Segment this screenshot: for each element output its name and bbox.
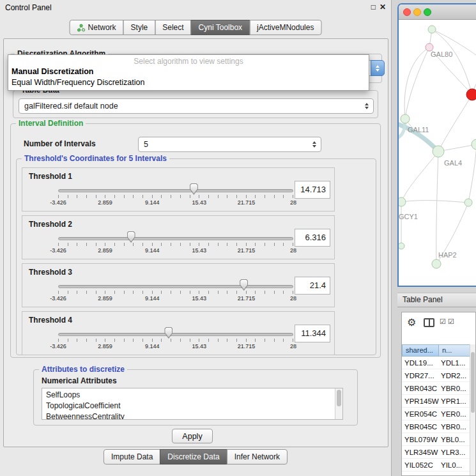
columns-icon[interactable] <box>424 318 434 327</box>
tick-label: 28 <box>290 199 296 206</box>
network-canvas[interactable]: GAL80 GAL11 GAL4 GCY1 HAP2 <box>399 20 476 286</box>
cell-name: YBR0... <box>439 420 471 433</box>
select-checkbox-icon[interactable]: ☑ <box>440 318 446 326</box>
table-row[interactable]: YDL19...YDL1... <box>402 357 471 369</box>
tick-label: 15.43 <box>192 295 207 302</box>
column-header-shared-name[interactable]: shared... <box>402 344 439 357</box>
slider-track[interactable] <box>58 285 293 288</box>
tick-label: -3.426 <box>50 295 66 302</box>
cell-name: YER0... <box>439 408 471 420</box>
tick-label: -3.426 <box>50 247 66 254</box>
threshold-label: Threshold 1 <box>29 172 72 181</box>
numerical-attributes-list[interactable]: SelfLoopsTopologicalCoefficientBetweenne… <box>42 388 343 420</box>
tick-label: 9.144 <box>145 247 160 254</box>
cell-shared-name: YIL052C <box>402 459 439 471</box>
cell-shared-name: YBR045C <box>402 420 439 433</box>
table-row[interactable]: YDR27...YDR2... <box>402 369 471 382</box>
slider-ticks <box>58 291 293 294</box>
table-row[interactable]: YPR145WYPR1... <box>402 395 471 408</box>
tab-label: Cyni Toolbox <box>199 23 242 32</box>
attribute-list-item[interactable]: BetweennessCentrality <box>46 411 334 420</box>
attribute-list-item[interactable]: SelfLoops <box>46 390 334 401</box>
threshold-slider[interactable]: -3.4262.8599.14415.4321.71528 <box>58 327 293 353</box>
threshold-panel-4: Threshold 4 -3.4262.8599.14415.4321.7152… <box>22 311 335 355</box>
number-of-intervals-combo[interactable]: 5 <box>138 137 321 152</box>
slider-thumb[interactable] <box>190 183 198 195</box>
slider-track[interactable] <box>58 189 293 192</box>
tick-label: 2.859 <box>98 343 112 349</box>
network-node[interactable] <box>432 259 441 268</box>
network-node[interactable] <box>464 199 472 206</box>
slider-thumb[interactable] <box>164 327 173 339</box>
network-node[interactable] <box>472 139 476 150</box>
float-window-icon[interactable]: □ <box>371 3 376 12</box>
threshold-slider[interactable]: -3.4262.8599.14415.4321.71528 <box>58 183 293 209</box>
tick-label: 2.859 <box>98 295 112 302</box>
network-node[interactable] <box>428 26 436 33</box>
close-icon[interactable]: ✕ <box>380 3 386 12</box>
tick-label: 2.859 <box>98 247 112 254</box>
arrow-down-icon <box>312 145 316 148</box>
threshold-slider[interactable]: -3.4262.8599.14415.4321.71528 <box>58 279 293 305</box>
list-scrollbar[interactable] <box>335 388 342 419</box>
minimize-traffic-light-icon[interactable] <box>413 8 421 16</box>
highlighted-node-red[interactable] <box>466 89 476 100</box>
combo-arrows-icon[interactable] <box>371 60 385 76</box>
table-row[interactable]: YBL079WYBL0... <box>402 433 471 446</box>
gear-icon[interactable]: ⚙ <box>407 316 416 328</box>
close-traffic-light-icon[interactable] <box>403 8 411 16</box>
table-scrollbar[interactable] <box>470 344 475 475</box>
threshold-value-field[interactable]: 21.4 <box>295 277 330 295</box>
attribute-list-item[interactable]: TopologicalCoefficient <box>46 401 334 411</box>
scrollbar-thumb[interactable] <box>471 352 475 413</box>
slider-thumb[interactable] <box>240 279 248 291</box>
network-view-window[interactable]: GAL80 GAL11 GAL4 GCY1 HAP2 <box>397 3 476 287</box>
threshold-value-field[interactable]: 6.316 <box>295 229 330 247</box>
column-header-name[interactable]: n... <box>439 344 471 357</box>
tab-discretize-data[interactable]: Discretize Data <box>160 449 227 464</box>
tab-label: Infer Network <box>234 452 280 461</box>
zoom-traffic-light-icon[interactable] <box>424 8 431 16</box>
tab-cyni-toolbox[interactable]: Cyni Toolbox <box>191 20 250 35</box>
cell-name: YBL0... <box>439 433 471 445</box>
tab-style[interactable]: Style <box>123 20 156 35</box>
table-row[interactable]: YER054CYER0... <box>402 408 471 420</box>
network-node[interactable] <box>399 243 404 249</box>
tab-impute-data[interactable]: Impute Data <box>104 449 160 464</box>
slider-track[interactable] <box>58 333 293 336</box>
dropdown-placeholder-item[interactable]: Select algorithm to view settings <box>8 56 369 66</box>
dropdown-option-equal-width-frequency[interactable]: Equal Width/Frequency Discretization <box>8 77 369 88</box>
threshold-value-field[interactable]: 11.344 <box>295 325 330 342</box>
table-row[interactable]: YBR045CYBR0... <box>402 420 471 433</box>
bottom-tab-bar: Impute DataDiscretize DataInfer Network <box>104 449 288 464</box>
tab-network[interactable]: Network <box>70 20 124 35</box>
app-root: Control Panel □ ✕ NetworkStyleSelectCyni… <box>0 0 476 476</box>
table-header-row: shared... n... <box>402 344 471 357</box>
network-node[interactable] <box>401 114 410 123</box>
arrow-up-icon <box>376 65 380 68</box>
tab-infer-network[interactable]: Infer Network <box>227 449 288 464</box>
cell-name: YPR1... <box>439 395 471 407</box>
apply-button[interactable]: Apply <box>172 429 213 443</box>
network-node[interactable] <box>433 146 444 157</box>
cell-shared-name: YDR27... <box>402 369 439 381</box>
tab-select[interactable]: Select <box>155 20 191 35</box>
dropdown-option-manual-discretization[interactable]: Manual Discretization <box>8 66 369 77</box>
tick-label: -3.426 <box>50 199 66 206</box>
threshold-panel-2: Threshold 2 -3.4262.8599.14415.4321.7152… <box>22 215 335 259</box>
select-checkbox-icon[interactable]: ☑ <box>448 318 454 326</box>
slider-track[interactable] <box>58 237 293 240</box>
threshold-value-field[interactable]: 14.713 <box>295 181 330 199</box>
cell-shared-name: YER054C <box>402 408 439 420</box>
tab-jactivemnodules[interactable]: jActiveMNodules <box>249 20 321 35</box>
table-row[interactable]: YBR043CYBR0... <box>402 382 471 395</box>
table-data-combo[interactable]: galFiltered.sif default node <box>19 98 374 114</box>
tab-label: jActiveMNodules <box>257 23 314 32</box>
table-row[interactable]: YIL052CYIL0... <box>402 459 471 472</box>
slider-thumb[interactable] <box>127 231 135 243</box>
network-node[interactable] <box>399 197 406 206</box>
threshold-slider[interactable]: -3.4262.8599.14415.4321.71528 <box>58 231 293 257</box>
scrollbar-thumb[interactable] <box>337 390 341 406</box>
tick-label: 21.715 <box>238 343 256 349</box>
table-row[interactable]: YLR345WYLR3... <box>402 446 471 459</box>
